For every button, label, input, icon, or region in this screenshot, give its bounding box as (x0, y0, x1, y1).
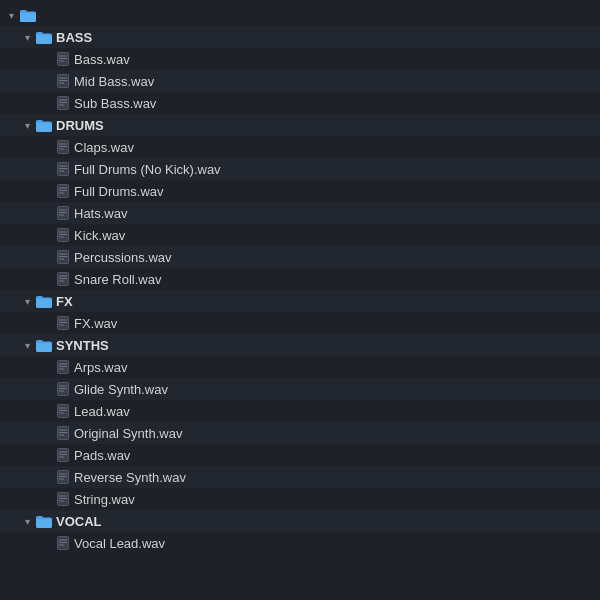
file-label: String.wav (74, 492, 135, 507)
file-item[interactable]: Full Drums (No Kick).wav (0, 158, 600, 180)
file-item[interactable]: Glide Synth.wav (0, 378, 600, 400)
folder-icon-bass (36, 29, 52, 45)
file-item[interactable]: Original Synth.wav (0, 422, 600, 444)
svg-rect-44 (58, 361, 69, 374)
file-icon (56, 272, 70, 286)
file-label: Bass.wav (74, 52, 130, 67)
file-item[interactable]: FX.wav (0, 312, 600, 334)
file-label: Mid Bass.wav (74, 74, 154, 89)
file-label: FX.wav (74, 316, 117, 331)
group-label-drums: DRUMS (56, 118, 104, 133)
group-drums[interactable]: DRUMS (0, 114, 600, 136)
root-item[interactable] (0, 4, 600, 26)
group-chevron-bass[interactable] (20, 30, 34, 44)
file-icon (56, 448, 70, 462)
svg-rect-68 (58, 493, 69, 506)
svg-rect-24 (58, 207, 69, 220)
group-chevron-drums[interactable] (20, 118, 34, 132)
svg-rect-64 (58, 471, 69, 484)
svg-rect-4 (58, 75, 69, 88)
svg-rect-32 (58, 251, 69, 264)
file-label: Arps.wav (74, 360, 127, 375)
file-label: Original Synth.wav (74, 426, 182, 441)
svg-rect-40 (58, 317, 69, 330)
folder-icon-drums (36, 117, 52, 133)
file-label: Full Drums (No Kick).wav (74, 162, 221, 177)
file-item[interactable]: Vocal Lead.wav (0, 532, 600, 554)
svg-rect-16 (58, 163, 69, 176)
file-item[interactable]: Percussions.wav (0, 246, 600, 268)
file-label: Hats.wav (74, 206, 127, 221)
file-icon (56, 140, 70, 154)
svg-rect-28 (58, 229, 69, 242)
file-label: Lead.wav (74, 404, 130, 419)
group-fx[interactable]: FX (0, 290, 600, 312)
file-item[interactable]: Full Drums.wav (0, 180, 600, 202)
file-label: Sub Bass.wav (74, 96, 156, 111)
svg-rect-52 (58, 405, 69, 418)
file-icon (56, 206, 70, 220)
svg-rect-60 (58, 449, 69, 462)
file-icon (56, 96, 70, 110)
file-item[interactable]: Lead.wav (0, 400, 600, 422)
file-label: Pads.wav (74, 448, 130, 463)
file-item[interactable]: Reverse Synth.wav (0, 466, 600, 488)
file-label: Vocal Lead.wav (74, 536, 165, 551)
file-icon (56, 228, 70, 242)
file-label: Snare Roll.wav (74, 272, 161, 287)
file-icon (56, 184, 70, 198)
group-bass[interactable]: BASS (0, 26, 600, 48)
file-label: Glide Synth.wav (74, 382, 168, 397)
file-icon (56, 162, 70, 176)
file-tree[interactable]: BASS Bass.wav Mid Bass.wav (0, 0, 600, 600)
svg-rect-0 (58, 53, 69, 66)
file-label: Percussions.wav (74, 250, 172, 265)
group-label-synths: SYNTHS (56, 338, 109, 353)
file-icon (56, 426, 70, 440)
file-item[interactable]: Pads.wav (0, 444, 600, 466)
file-item[interactable]: Arps.wav (0, 356, 600, 378)
group-label-vocal: VOCAL (56, 514, 102, 529)
file-icon (56, 74, 70, 88)
file-icon (56, 492, 70, 506)
file-item[interactable]: Snare Roll.wav (0, 268, 600, 290)
group-chevron-fx[interactable] (20, 294, 34, 308)
group-vocal[interactable]: VOCAL (0, 510, 600, 532)
svg-rect-36 (58, 273, 69, 286)
root-chevron[interactable] (4, 8, 18, 22)
file-item[interactable]: String.wav (0, 488, 600, 510)
svg-rect-20 (58, 185, 69, 198)
file-icon (56, 360, 70, 374)
svg-rect-72 (58, 537, 69, 550)
file-label: Reverse Synth.wav (74, 470, 186, 485)
root-folder-icon (20, 7, 36, 23)
group-label-fx: FX (56, 294, 73, 309)
group-chevron-vocal[interactable] (20, 514, 34, 528)
file-icon (56, 250, 70, 264)
file-item[interactable]: Kick.wav (0, 224, 600, 246)
group-label-bass: BASS (56, 30, 92, 45)
file-item[interactable]: Bass.wav (0, 48, 600, 70)
file-icon (56, 316, 70, 330)
file-icon (56, 470, 70, 484)
svg-rect-48 (58, 383, 69, 396)
folder-icon-synths (36, 337, 52, 353)
folder-icon-fx (36, 293, 52, 309)
svg-rect-12 (58, 141, 69, 154)
file-label: Full Drums.wav (74, 184, 164, 199)
svg-rect-56 (58, 427, 69, 440)
file-item[interactable]: Sub Bass.wav (0, 92, 600, 114)
groups-container: BASS Bass.wav Mid Bass.wav (0, 26, 600, 554)
file-label: Kick.wav (74, 228, 125, 243)
group-chevron-synths[interactable] (20, 338, 34, 352)
file-item[interactable]: Claps.wav (0, 136, 600, 158)
folder-icon-vocal (36, 513, 52, 529)
group-synths[interactable]: SYNTHS (0, 334, 600, 356)
file-icon (56, 52, 70, 66)
file-label: Claps.wav (74, 140, 134, 155)
file-item[interactable]: Hats.wav (0, 202, 600, 224)
file-icon (56, 536, 70, 550)
file-icon (56, 404, 70, 418)
svg-rect-8 (58, 97, 69, 110)
file-item[interactable]: Mid Bass.wav (0, 70, 600, 92)
